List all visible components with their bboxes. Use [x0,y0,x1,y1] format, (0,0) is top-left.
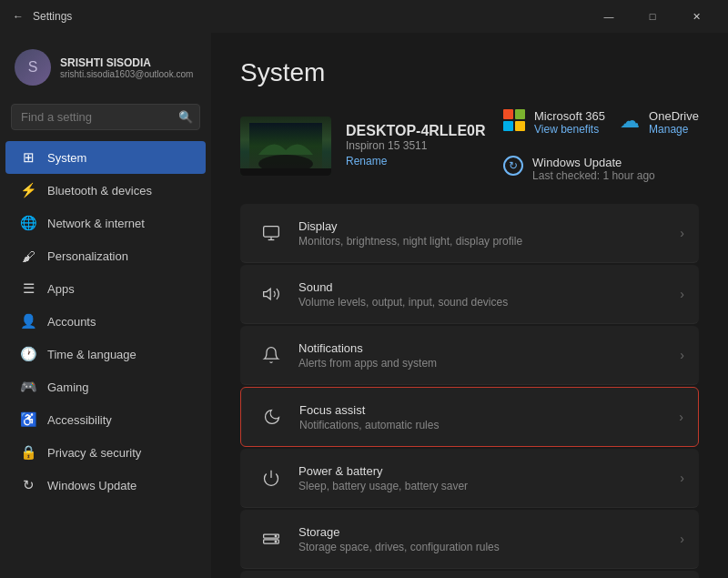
onedrive-sub[interactable]: Manage [649,123,699,136]
maximize-button[interactable]: □ [632,0,673,33]
computer-thumbnail [240,117,331,176]
nav-items-container: ⊞ System ⚡ Bluetooth & devices 🌐 Network… [0,141,211,502]
window-title: Settings [33,10,72,23]
nav-label-accounts: Accounts [47,315,96,329]
nav-icon-accessibility: ♿ [20,411,36,428]
main-panel: System [211,33,728,578]
svg-rect-2 [264,227,279,238]
chevron-icon-storage: › [680,532,684,546]
svg-marker-5 [264,289,271,299]
settings-list: Display Monitors, brightness, night ligh… [240,204,699,578]
nav-label-time: Time & language [47,348,136,361]
ms365-title: Microsoft 365 [534,109,605,123]
sidebar-item-gaming[interactable]: 🎮 Gaming [5,370,206,403]
ms365-icon [503,109,525,131]
settings-title-notifications: Notifications [298,341,680,355]
settings-text-storage: Storage Storage space, drives, configura… [298,525,680,553]
windows-update-title: Windows Update [532,156,655,169]
settings-icon-notifications [255,339,288,371]
sidebar-item-update[interactable]: ↻ Windows Update [5,469,206,502]
settings-desc-storage: Storage space, drives, configuration rul… [298,541,680,553]
sidebar-item-apps[interactable]: ☰ Apps [5,272,206,305]
settings-title-display: Display [298,219,680,233]
settings-title-focus-assist: Focus assist [299,403,679,417]
computer-details: DESKTOP-4RLLE0R Inspiron 15 3511 Rename [346,123,486,168]
windows-update-icon: ↻ [503,156,523,176]
settings-text-notifications: Notifications Alerts from apps and syste… [298,341,680,370]
settings-desc-notifications: Alerts from apps and system [298,357,680,370]
nav-label-personalization: Personalization [47,249,128,263]
ms365-sub[interactable]: View benefits [534,123,605,136]
sidebar-item-personalization[interactable]: 🖌 Personalization [5,239,206,272]
settings-text-focus-assist: Focus assist Notifications, automatic ru… [299,403,679,431]
nav-icon-privacy: 🔒 [20,444,36,461]
settings-item-power[interactable]: Power & battery Sleep, battery usage, ba… [240,449,699,508]
nav-label-accessibility: Accessibility [47,413,112,427]
computer-name: DESKTOP-4RLLE0R [346,123,486,139]
nav-icon-update: ↻ [20,477,36,493]
sidebar-item-bluetooth[interactable]: ⚡ Bluetooth & devices [5,174,206,207]
settings-icon-power [255,461,288,494]
settings-text-power: Power & battery Sleep, battery usage, ba… [298,464,680,492]
sidebar: S SRISHTI SISODIA srishti.sisodia1603@ou… [0,33,211,578]
search-box[interactable]: 🔍 [11,104,200,130]
settings-icon-sound [255,278,288,310]
sidebar-item-accounts[interactable]: 👤 Accounts [5,305,206,338]
close-button[interactable]: ✕ [675,0,717,33]
sidebar-item-system[interactable]: ⊞ System [5,141,206,174]
windows-update-sub: Last checked: 1 hour ago [532,169,655,182]
nav-icon-gaming: 🎮 [20,379,36,395]
nav-label-gaming: Gaming [47,380,89,394]
title-bar-left: ← Settings [11,9,72,24]
settings-desc-focus-assist: Notifications, automatic rules [299,419,679,431]
title-bar-controls: — □ ✕ [588,0,717,33]
rename-link[interactable]: Rename [346,155,387,167]
nav-label-system: System [47,151,86,165]
computer-card: DESKTOP-4RLLE0R Inspiron 15 3511 Rename [240,109,699,182]
settings-text-display: Display Monitors, brightness, night ligh… [298,219,680,248]
minimize-button[interactable]: — [588,0,630,33]
nav-icon-time: 🕐 [20,346,36,362]
nav-icon-bluetooth: ⚡ [20,182,36,198]
settings-item-nearby[interactable]: Nearby sharing Discoverability, received… [240,571,699,578]
chevron-icon-notifications: › [680,348,684,362]
settings-item-storage[interactable]: Storage Storage space, drives, configura… [240,510,699,569]
chevron-icon-power: › [680,471,684,485]
settings-desc-display: Monitors, brightness, night light, displ… [298,235,680,248]
windows-update-row[interactable]: ↻ Windows Update Last checked: 1 hour ag… [503,156,699,182]
page-title: System [240,58,699,87]
window: ← Settings — □ ✕ S SRISHTI SISODIA srish… [0,0,728,578]
settings-title-sound: Sound [298,280,680,294]
user-name: SRISHTI SISODIA [60,56,193,69]
sidebar-item-accessibility[interactable]: ♿ Accessibility [5,403,206,436]
onedrive-action[interactable]: ☁ OneDrive Manage [620,109,699,136]
settings-icon-display [255,217,288,249]
settings-icon-storage [255,522,288,555]
nav-icon-accounts: 👤 [20,313,36,330]
sidebar-item-time[interactable]: 🕐 Time & language [5,338,206,370]
svg-point-9 [275,535,277,537]
sidebar-item-network[interactable]: 🌐 Network & internet [5,207,206,239]
user-profile[interactable]: S SRISHTI SISODIA srishti.sisodia1603@ou… [0,40,211,100]
nav-label-bluetooth: Bluetooth & devices [47,184,152,198]
settings-title-storage: Storage [298,525,680,539]
back-button[interactable]: ← [11,9,25,24]
avatar: S [15,49,51,86]
search-icon: 🔍 [178,110,193,124]
chevron-icon-focus-assist: › [679,410,683,424]
onedrive-icon: ☁ [620,109,640,133]
svg-point-10 [275,541,277,543]
settings-item-display[interactable]: Display Monitors, brightness, night ligh… [240,204,699,263]
title-bar: ← Settings — □ ✕ [0,0,728,33]
onedrive-title: OneDrive [649,109,699,123]
sidebar-item-privacy[interactable]: 🔒 Privacy & security [5,436,206,469]
settings-item-sound[interactable]: Sound Volume levels, output, input, soun… [240,265,699,324]
chevron-icon-display: › [680,226,684,240]
settings-item-focus-assist[interactable]: Focus assist Notifications, automatic ru… [240,387,699,447]
settings-title-power: Power & battery [298,464,680,478]
ms365-action[interactable]: Microsoft 365 View benefits [503,109,605,136]
settings-text-sound: Sound Volume levels, output, input, soun… [298,280,680,309]
user-info: SRISHTI SISODIA srishti.sisodia1603@outl… [60,56,193,79]
search-input[interactable] [11,104,200,130]
settings-item-notifications[interactable]: Notifications Alerts from apps and syste… [240,326,699,385]
